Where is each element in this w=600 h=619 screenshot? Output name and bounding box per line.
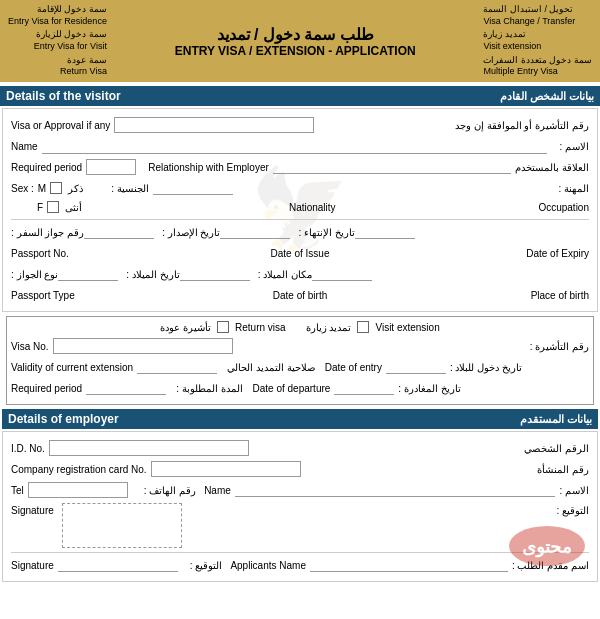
req-period-label-ar: المدة المطلوبة :: [176, 383, 242, 394]
page: تحويل / استبدال السمة Visa Change / Tran…: [0, 0, 600, 582]
employer-heading-ar: بيانات المستقدم: [520, 413, 592, 426]
id-no-label-ar: الرقم الشخصي: [524, 443, 589, 454]
return-visa-ar: تأشيرة عودة: [160, 322, 211, 333]
id-no-row: I.D. No. الرقم الشخصي: [11, 439, 589, 457]
visitor-section-header: Details of the visitor بيانات الشخص القا…: [0, 86, 600, 106]
date-entry-label-en: Date of entry: [325, 362, 382, 373]
birth-passport-en-row: Passport Type Date of birth Place of bir…: [11, 286, 589, 304]
name-row: Name الاسم :: [11, 137, 589, 155]
passport-type-ar: نوع الجواز :: [11, 269, 58, 280]
signature2-label-ar: التوقيع :: [190, 560, 223, 571]
visit-extension-en: Visit extension: [375, 322, 439, 333]
sex-f-label: F: [37, 202, 43, 213]
name-label-ar: الاسم :: [559, 141, 589, 152]
visa-approval-input[interactable]: [114, 117, 314, 133]
tel-name-row: Tel رقم الهاتف : Name الاسم :: [11, 481, 589, 499]
validity-label-ar: صلاحية التمديد الحالي: [227, 362, 315, 373]
tel-input[interactable]: [28, 482, 128, 498]
employer-section-header: Details of employer بيانات المستقدم: [2, 409, 598, 429]
place-birth-ar: مكان الميلاد :: [258, 269, 312, 280]
sex-m-label: M: [38, 183, 46, 194]
name-label-ar2: الاسم :: [559, 485, 589, 496]
departure-label-ar: تاريخ المغادرة :: [398, 383, 460, 394]
visa-approval-label-ar: رقم التأشيرة أو الموافقة إن وجد: [322, 120, 589, 131]
extension-section: تأشيرة عودة Return visa تمديد زيارة Visi…: [6, 316, 594, 405]
req-period-label-en: Required period: [11, 383, 82, 394]
occupation-label-en: Occupation: [538, 202, 589, 213]
period-relationship-row: Required period Relationship with Employ…: [11, 158, 589, 176]
relationship-label-ar: العلاقة بالمستخدم: [515, 162, 589, 173]
visa-no-input[interactable]: [53, 338, 233, 354]
return-visa-checkbox[interactable]: [217, 321, 229, 333]
required-period-label: Required period: [11, 162, 82, 173]
date-birth-ar: تاريخ الميلاد :: [126, 269, 179, 280]
logo-watermark: محتوى: [507, 521, 587, 573]
visitor-heading-en: Details of the visitor: [6, 89, 121, 103]
company-reg-label-ar: رقم المنشأة: [537, 464, 589, 475]
sex-label: Sex :: [11, 183, 34, 194]
return-visa-item: تأشيرة عودة Return visa: [160, 321, 285, 333]
occupation-label-ar: المهنة :: [558, 183, 589, 194]
id-no-label-en: I.D. No.: [11, 443, 45, 454]
required-period-input[interactable]: [86, 159, 136, 175]
sex-m-checkbox[interactable]: [50, 182, 62, 194]
name-label-en2: Name: [204, 485, 231, 496]
visa-no-label-ar: رقم التأشيرة :: [530, 341, 589, 352]
return-visa-en: Return visa: [235, 322, 286, 333]
signature2-label-en: Signature: [11, 560, 54, 571]
visa-no-label-en: Visa No.: [11, 341, 49, 352]
company-reg-label-en: Company registration card No.: [11, 464, 147, 475]
visa-approval-row: Visa or Approval if any رقم التأشيرة أو …: [11, 116, 589, 134]
passport-no-en: Passport No.: [11, 248, 204, 259]
date-issue-en: Date of Issue: [204, 248, 397, 259]
applicants-name-label-en: Applicants Name: [230, 560, 306, 571]
sex-f-ar: أنثى: [65, 202, 82, 213]
date-expiry-ar: تاريخ الإنتهاء :: [298, 227, 354, 238]
phone-label-ar: رقم الهاتف :: [144, 485, 196, 496]
visit-extension-ar: تمديد زيارة: [306, 322, 352, 333]
passport-no-ar: رقم جواز السفر :: [11, 227, 84, 238]
visitor-heading-ar: بيانات الشخص القادم: [500, 90, 594, 103]
header-title: طلب سمة دخول / تمديد ENTRY VISA / EXTENS…: [107, 25, 484, 58]
signature-row: Signature التوقيع :: [11, 503, 589, 548]
header: تحويل / استبدال السمة Visa Change / Tran…: [0, 0, 600, 82]
sex-f-row: F أنثى Nationality Occupation: [11, 198, 589, 216]
date-expiry-en: Date of Expiry: [396, 248, 589, 259]
departure-label-en: Date of departure: [253, 383, 331, 394]
relationship-label-en: Relationship with Employer: [148, 162, 269, 173]
company-reg-row: Company registration card No. رقم المنشأ…: [11, 460, 589, 478]
nationality-label-ar: الجنسية :: [111, 183, 149, 194]
passport-dates-en-row: Passport No. Date of Issue Date of Expir…: [11, 244, 589, 262]
required-departure-row: Required period المدة المطلوبة : Date of…: [11, 379, 589, 397]
header-right-item-3: سمة عودة Return Visa: [8, 55, 107, 78]
header-left-item-1: تحويل / استبدال السمة Visa Change / Tran…: [483, 4, 592, 27]
visit-extension-checkbox[interactable]: [357, 321, 369, 333]
svg-text:محتوى: محتوى: [522, 537, 572, 558]
extension-type-row: تأشيرة عودة Return visa تمديد زيارة Visi…: [11, 321, 589, 333]
name-label-en: Name: [11, 141, 38, 152]
signature-label-ar: التوقيع :: [556, 503, 589, 516]
validity-entry-row: Validity of current extension صلاحية الت…: [11, 358, 589, 376]
place-birth-en: Place of birth: [396, 290, 589, 301]
header-left-item-3: سمة دخول متعددة السفرات Multiple Entry V…: [483, 55, 592, 78]
visa-no-row: Visa No. رقم التأشيرة :: [11, 337, 589, 355]
id-no-input[interactable]: [49, 440, 249, 456]
header-right-item-2: سمة دخول للزيارة Entry Visa for Visit: [8, 29, 107, 52]
name-input[interactable]: [42, 138, 548, 154]
company-reg-input[interactable]: [151, 461, 301, 477]
bottom-signature-row: Signature التوقيع : Applicants Name اسم …: [11, 556, 589, 574]
passport-dates-row: رقم جواز السفر : تاريخ الإصدار : تاريخ ا…: [11, 223, 589, 241]
validity-label-en: Validity of current extension: [11, 362, 133, 373]
sex-nationality-row: Sex : M ذكر الجنسية : المهنة :: [11, 179, 589, 197]
signature-box[interactable]: [62, 503, 182, 548]
tel-label-en: Tel: [11, 485, 24, 496]
birth-passport-row: نوع الجواز : تاريخ الميلاد : مكان الميلا…: [11, 265, 589, 283]
nationality-label-en: Nationality: [289, 202, 336, 213]
date-birth-en: Date of birth: [204, 290, 397, 301]
sex-m-ar: ذكر: [68, 183, 83, 194]
date-entry-label-ar: تاريخ دخول للبلاد :: [450, 362, 522, 373]
visa-approval-label-en: Visa or Approval if any: [11, 120, 110, 131]
passport-type-en: Passport Type: [11, 290, 204, 301]
sex-f-checkbox[interactable]: [47, 201, 59, 213]
date-issue-ar: تاريخ الإصدار :: [162, 227, 220, 238]
